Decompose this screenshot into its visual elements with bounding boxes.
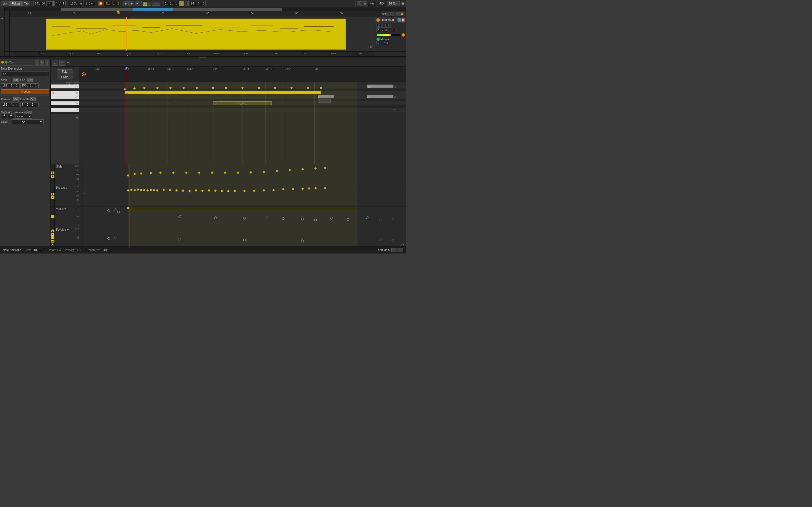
pan-display[interactable]: C	[376, 29, 380, 33]
follow-button[interactable]: Follow	[10, 1, 22, 6]
pressure-up-arrow[interactable]: ▲	[51, 193, 54, 195]
master-db-display[interactable]: -7.0	[380, 41, 389, 45]
arrangement-collapse-arrow[interactable]: ▼	[1, 17, 4, 20]
key-gb3-black[interactable]	[51, 89, 79, 91]
position2-display[interactable]: 5. 1. 1	[163, 1, 178, 6]
slide-up-arrow[interactable]: ▲	[51, 172, 54, 174]
piano-roll-grid[interactable]: F3	[79, 82, 406, 164]
pr-note-g3-right[interactable]: G3	[367, 84, 393, 88]
set-lock-btn[interactable]: 🔒	[400, 12, 404, 16]
loop-icon[interactable]: ⟲	[143, 2, 147, 6]
hamburger-icon[interactable]: ≡	[401, 1, 405, 6]
pr-note-d3-2[interactable]	[318, 99, 331, 103]
resize-handle[interactable]	[0, 57, 406, 59]
record-button[interactable]: R	[402, 18, 405, 22]
fold-button[interactable]: Fold	[57, 69, 72, 74]
bpm-display[interactable]: 141.00	[33, 1, 46, 6]
volume-display[interactable]: 12	[376, 24, 382, 27]
bpm-minus[interactable]: ▼	[47, 1, 53, 6]
master-power-btn[interactable]	[376, 38, 380, 41]
slide-content[interactable]	[83, 164, 406, 185]
velocity-content[interactable]	[83, 207, 406, 227]
groove-settings-btn[interactable]: ↑	[28, 111, 32, 114]
scale-key-select[interactable]	[27, 119, 44, 124]
end-input[interactable]: 190. 1. 1	[20, 83, 39, 88]
expr-collapse-icon[interactable]: ◀	[75, 116, 78, 119]
key-display[interactable]: Key	[368, 1, 376, 6]
set-crop-btn[interactable]: ✂	[396, 12, 400, 16]
loop-btn3[interactable]	[152, 2, 156, 6]
start-set-btn[interactable]: Set	[13, 78, 19, 82]
sig-den-input[interactable]: 4	[8, 114, 14, 118]
volume-db-display[interactable]: -3.9	[382, 24, 391, 27]
rewind-btn[interactable]: ⏪	[98, 1, 103, 6]
status-view-btn2[interactable]	[398, 248, 403, 252]
loop-btn4[interactable]	[156, 2, 160, 6]
set-minus-btn[interactable]: -	[387, 12, 391, 16]
rv-btn4[interactable]: —	[51, 240, 54, 242]
pr-note-d3[interactable]: -D3	[213, 101, 272, 105]
midi-display[interactable]: MIDI	[377, 1, 386, 6]
pr-dropdown-arrow[interactable]: ▼	[66, 61, 69, 64]
pressure-down-arrow[interactable]: ▼	[51, 196, 54, 199]
key-c3[interactable]: C3	[51, 108, 79, 112]
rv-btn3[interactable]: —	[51, 236, 54, 239]
loop-btn2[interactable]	[147, 2, 151, 6]
rvelocity-content[interactable]: Off	[83, 227, 406, 248]
arrangement-scrollbar[interactable]	[4, 7, 406, 11]
track-power-btn[interactable]	[376, 18, 380, 22]
time-sig-display[interactable]: 4 / 4	[54, 1, 66, 6]
status-view-btn1[interactable]	[391, 248, 397, 252]
key-g3[interactable]: G3	[51, 84, 79, 89]
position3-display[interactable]: 24. 0. 0	[189, 1, 206, 6]
len-input[interactable]: 8. 0. 0	[20, 103, 39, 107]
link-button[interactable]: Link	[1, 1, 10, 6]
key-e3[interactable]: E3	[51, 95, 79, 99]
key-b2-black[interactable]	[51, 112, 79, 114]
pos-set-btn[interactable]: Set	[13, 97, 19, 101]
add-button[interactable]: +	[135, 1, 140, 6]
end-set-btn[interactable]: Set	[27, 78, 33, 82]
grid-icon[interactable]: ⊞	[363, 1, 367, 6]
start-input[interactable]: 182. 1. 1	[1, 83, 19, 88]
position-display[interactable]: 31. 1. 2	[104, 1, 120, 6]
quantize-icon[interactable]: ◈	[179, 1, 185, 6]
dropdown-icon[interactable]: ▼	[45, 60, 49, 64]
key-db3-black[interactable]	[51, 105, 79, 108]
q-btn[interactable]: ⊙	[185, 1, 189, 6]
pr-piano-icon[interactable]: ♪	[52, 60, 58, 66]
pr-note-e3-2[interactable]: E3	[367, 95, 393, 98]
key-d3[interactable]: D3	[51, 101, 79, 105]
scale-button[interactable]: Scale	[57, 75, 72, 79]
master-vol-display[interactable]: 0	[376, 41, 380, 45]
groove-select[interactable]: None	[15, 114, 32, 119]
percent-display[interactable]: 16 % ▼	[387, 1, 400, 6]
piano-icon[interactable]: ♪	[35, 60, 39, 64]
groove-info-btn[interactable]: ?	[24, 111, 28, 114]
arrangement-clip[interactable]	[46, 18, 346, 50]
scale-select[interactable]	[12, 119, 26, 124]
slide-down-arrow[interactable]: ▼	[51, 175, 54, 178]
set-plus-btn[interactable]: +	[391, 12, 395, 16]
tap-button[interactable]: Tap	[22, 1, 30, 6]
len-set-btn[interactable]: Set	[30, 97, 36, 101]
stop-button[interactable]: ■	[129, 1, 134, 6]
bar-display[interactable]: 1 Bar	[84, 1, 95, 6]
pressure-content[interactable]	[83, 185, 406, 206]
metronome-display[interactable]: ◉	[79, 1, 84, 6]
solo-button[interactable]: S	[398, 18, 401, 22]
percent-arrow[interactable]: ▼	[396, 2, 398, 5]
pan-inf2-display[interactable]: -inf	[389, 29, 397, 33]
pos-input[interactable]: 181. 4. 4	[1, 103, 19, 107]
key-eb3-black[interactable]	[51, 99, 79, 101]
vel-up-arrow[interactable]	[51, 215, 54, 218]
key-f3[interactable]: F3	[51, 91, 79, 95]
pr-pencil-icon[interactable]: ✎	[59, 60, 65, 66]
rv-btn2[interactable]: ▼	[51, 233, 54, 236]
pan-inf1-display[interactable]: -inf	[380, 29, 388, 33]
sig-num-input[interactable]: 4	[1, 114, 7, 118]
pr-note-f3-main[interactable]: F3	[124, 91, 321, 94]
rv-btn1[interactable]: ▲	[51, 230, 54, 232]
loop-button[interactable]: ↺ Loop	[1, 89, 49, 94]
zoom-display[interactable]: 100%	[69, 1, 79, 6]
